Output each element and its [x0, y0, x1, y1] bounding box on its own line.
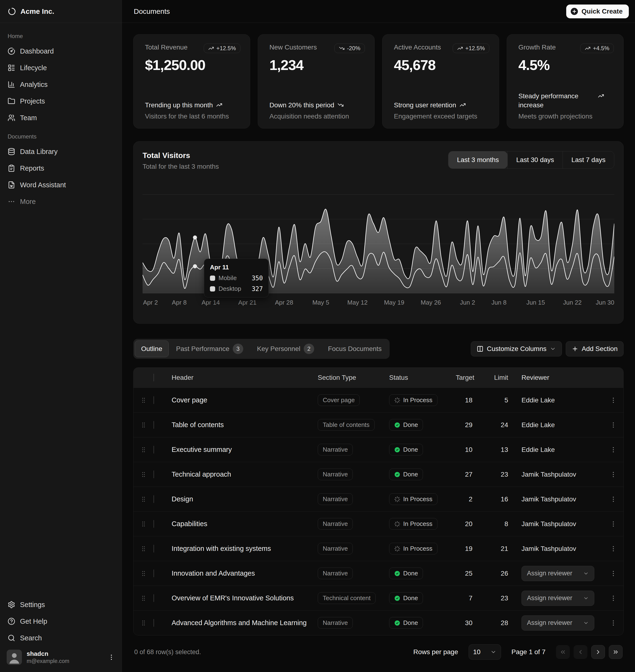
drag-handle[interactable] — [133, 397, 154, 404]
sidebar-item-more[interactable]: More — [4, 193, 118, 210]
row-actions-kebab[interactable] — [603, 471, 623, 478]
row-checkbox[interactable] — [154, 619, 154, 627]
row-header[interactable]: Integration with existing systems — [172, 545, 318, 553]
sidebar-item-word-assistant[interactable]: Word Assistant — [4, 177, 118, 193]
row-actions-kebab[interactable] — [603, 520, 623, 528]
drag-handle[interactable] — [133, 422, 154, 428]
page-title: Documents — [134, 7, 170, 16]
assign-reviewer-select[interactable]: Assign reviewer — [522, 566, 594, 581]
row-header[interactable]: Design — [172, 495, 318, 503]
row-header[interactable]: Advanced Algorithms and Machine Learning — [172, 619, 318, 627]
plus-icon — [572, 345, 578, 352]
chevrons-right-button[interactable] — [609, 645, 622, 659]
row-header[interactable]: Overview of EMR's Innovative Solutions — [172, 594, 318, 602]
chart-area: Apr 2Apr 8Apr 14Apr 21Apr 28May 5May 12M… — [143, 181, 614, 308]
assign-reviewer-select[interactable]: Assign reviewer — [522, 615, 594, 631]
drag-handle[interactable] — [133, 446, 154, 453]
select-all-checkbox[interactable] — [154, 374, 154, 381]
row-limit[interactable]: 13 — [482, 446, 518, 453]
quick-create-button[interactable]: Quick Create — [566, 4, 629, 18]
row-limit[interactable]: 21 — [482, 545, 518, 553]
row-target[interactable]: 18 — [456, 397, 482, 404]
row-actions-kebab[interactable] — [603, 421, 623, 429]
row-checkbox[interactable] — [154, 421, 154, 429]
row-target[interactable]: 2 — [456, 495, 482, 503]
brand[interactable]: Acme Inc. — [0, 0, 122, 23]
sidebar-item-projects[interactable]: Projects — [4, 93, 118, 109]
drag-handle[interactable] — [133, 595, 154, 602]
chevron-right-button[interactable] — [591, 645, 605, 659]
columns-icon — [477, 345, 483, 352]
row-target[interactable]: 7 — [456, 595, 482, 602]
drag-handle[interactable] — [133, 570, 154, 577]
row-target[interactable]: 27 — [456, 471, 482, 478]
customize-columns-button[interactable]: Customize Columns — [471, 341, 562, 356]
sidebar-item-lifecycle[interactable]: Lifecycle — [4, 60, 118, 76]
row-actions-kebab[interactable] — [603, 446, 623, 453]
tab-focus-documents[interactable]: Focus Documents — [322, 340, 388, 357]
row-actions-kebab[interactable] — [603, 620, 623, 627]
row-header[interactable]: Capabilities — [172, 520, 318, 528]
row-checkbox[interactable] — [154, 396, 154, 404]
row-actions-kebab[interactable] — [603, 595, 623, 602]
row-checkbox[interactable] — [154, 446, 154, 453]
range-option-last-7-days[interactable]: Last 7 days — [563, 151, 614, 169]
sidebar-item-analytics[interactable]: Analytics — [4, 76, 118, 93]
row-header[interactable]: Technical approach — [172, 470, 318, 478]
drag-handle[interactable] — [133, 620, 154, 626]
row-checkbox[interactable] — [154, 545, 154, 553]
row-target[interactable]: 25 — [456, 570, 482, 577]
row-limit[interactable]: 26 — [482, 570, 518, 577]
row-header[interactable]: Innovation and Advantages — [172, 569, 318, 577]
row-actions-kebab[interactable] — [603, 545, 623, 552]
range-option-last-3-months[interactable]: Last 3 months — [448, 151, 507, 169]
loader-icon — [394, 546, 400, 552]
rows-per-page-select[interactable]: 10 — [468, 644, 501, 659]
row-actions-kebab[interactable] — [603, 496, 623, 503]
visitors-area-chart[interactable]: Apr 2Apr 8Apr 14Apr 21Apr 28May 5May 12M… — [143, 181, 614, 308]
range-option-last-30-days[interactable]: Last 30 days — [507, 151, 563, 169]
drag-handle[interactable] — [133, 545, 154, 552]
row-actions-kebab[interactable] — [603, 397, 623, 404]
sidebar-item-data-library[interactable]: Data Library — [4, 143, 118, 160]
row-checkbox[interactable] — [154, 520, 154, 528]
section-type-badge: Narrative — [318, 567, 353, 579]
drag-handle[interactable] — [133, 496, 154, 502]
row-target[interactable]: 29 — [456, 421, 482, 429]
row-checkbox[interactable] — [154, 470, 154, 478]
user-menu[interactable]: shadcn m@example.com — [4, 646, 118, 668]
reviewer-name: Eddie Lake — [522, 446, 555, 453]
row-target[interactable]: 10 — [456, 446, 482, 453]
row-limit[interactable]: 5 — [482, 397, 518, 404]
tab-past-performance[interactable]: Past Performance3 — [170, 340, 250, 357]
row-header[interactable]: Executive summary — [172, 446, 318, 453]
row-header[interactable]: Table of contents — [172, 421, 318, 429]
row-target[interactable]: 30 — [456, 619, 482, 627]
sidebar: Acme Inc. HomeDashboardLifecycleAnalytic… — [0, 0, 122, 672]
row-checkbox[interactable] — [154, 495, 154, 503]
row-checkbox[interactable] — [154, 594, 154, 602]
row-actions-kebab[interactable] — [603, 570, 623, 577]
row-checkbox[interactable] — [154, 569, 154, 577]
drag-handle[interactable] — [133, 471, 154, 478]
row-limit[interactable]: 28 — [482, 619, 518, 627]
sidebar-item-settings[interactable]: Settings — [4, 596, 118, 613]
tab-outline[interactable]: Outline — [135, 340, 169, 357]
row-target[interactable]: 20 — [456, 520, 482, 528]
row-limit[interactable]: 23 — [482, 471, 518, 478]
row-limit[interactable]: 24 — [482, 421, 518, 429]
add-section-button[interactable]: Add Section — [566, 341, 623, 356]
sidebar-item-reports[interactable]: Reports — [4, 160, 118, 177]
row-target[interactable]: 19 — [456, 545, 482, 553]
row-limit[interactable]: 8 — [482, 520, 518, 528]
row-header[interactable]: Cover page — [172, 396, 318, 404]
drag-handle[interactable] — [133, 521, 154, 527]
sidebar-item-team[interactable]: Team — [4, 109, 118, 126]
sidebar-item-dashboard[interactable]: Dashboard — [4, 43, 118, 60]
row-limit[interactable]: 16 — [482, 495, 518, 503]
sidebar-item-get-help[interactable]: Get Help — [4, 613, 118, 630]
sidebar-item-search[interactable]: Search — [4, 630, 118, 646]
row-limit[interactable]: 23 — [482, 595, 518, 602]
assign-reviewer-select[interactable]: Assign reviewer — [522, 590, 594, 606]
tab-key-personnel[interactable]: Key Personnel2 — [250, 340, 321, 357]
